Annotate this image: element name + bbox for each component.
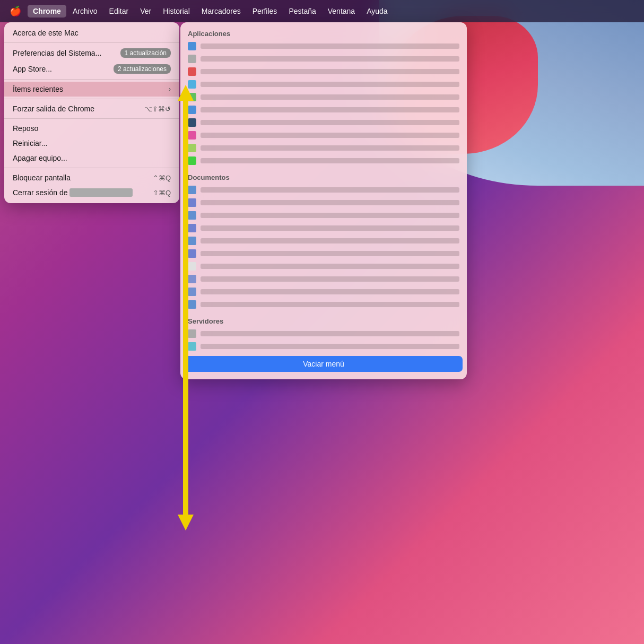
- app-icon-9: [188, 144, 196, 152]
- app-text-7: [201, 120, 459, 125]
- menu-sep-2: [4, 79, 179, 80]
- preferencias-badge: 1 actualización: [120, 48, 171, 58]
- doc-item-2[interactable]: [180, 196, 467, 209]
- app-text-8: [201, 133, 459, 138]
- menubar-ventana[interactable]: Ventana: [323, 5, 360, 18]
- app-icon-7: [188, 118, 196, 127]
- app-item-8[interactable]: [180, 129, 467, 142]
- doc-item-1[interactable]: [180, 184, 467, 196]
- menu-apagar[interactable]: Apagar equipo...: [4, 151, 179, 166]
- menubar-ayuda[interactable]: Ayuda: [361, 5, 393, 18]
- doc-item-4[interactable]: [180, 222, 467, 234]
- app-icon-5: [188, 93, 196, 101]
- menubar-archivo[interactable]: Archivo: [67, 5, 103, 18]
- app-text-4: [201, 82, 459, 87]
- menubar-pestana[interactable]: Pestaña: [283, 5, 321, 18]
- app-text-10: [201, 158, 459, 163]
- app-text-5: [201, 94, 459, 100]
- doc-text-4: [201, 225, 459, 231]
- app-item-10[interactable]: [180, 154, 467, 167]
- doc-item-3[interactable]: [180, 209, 467, 222]
- menu-sep-1: [4, 42, 179, 43]
- app-icon-8: [188, 131, 196, 140]
- doc-icon-9: [188, 288, 196, 296]
- menu-forzar-label: Forzar salida de Chrome: [13, 105, 94, 113]
- app-item-9[interactable]: [180, 142, 467, 154]
- menubar-marcadores[interactable]: Marcadores: [196, 5, 246, 18]
- recent-items-submenu: Aplicaciones Documentos: [180, 22, 467, 379]
- menu-preferencias-label: Preferencias del Sistema...: [13, 49, 101, 57]
- doc-item-9[interactable]: [180, 285, 467, 298]
- srv-icon-2: [188, 342, 196, 351]
- app-text-9: [201, 145, 459, 151]
- doc-text-3: [201, 213, 459, 218]
- apple-menu-button[interactable]: 🍎: [4, 4, 27, 18]
- doc-text-8: [201, 276, 459, 282]
- menu-apagar-label: Apagar equipo...: [13, 154, 67, 162]
- menubar-ver[interactable]: Ver: [135, 5, 156, 18]
- cerrar-shortcut: ⇧⌘Q: [153, 189, 171, 197]
- srv-item-2[interactable]: [180, 340, 467, 353]
- doc-text-2: [201, 200, 459, 205]
- section-aplicaciones-title: Aplicaciones: [180, 28, 467, 40]
- app-item-4[interactable]: [180, 78, 467, 91]
- menu-bloquear-label: Bloquear pantalla: [13, 173, 71, 182]
- doc-text-7: [201, 264, 459, 269]
- menu-recientes[interactable]: Ítems recientes ›: [4, 82, 179, 97]
- menu-sep-4: [4, 118, 179, 119]
- srv-text-1: [201, 331, 459, 336]
- menu-recientes-label: Ítems recientes: [13, 85, 63, 93]
- menu-cerrar[interactable]: Cerrar sesión de ████████████ ⇧⌘Q: [4, 185, 179, 200]
- vaciar-menu-button[interactable]: Vaciar menú: [185, 356, 463, 372]
- menu-appstore-label: App Store...: [13, 65, 52, 73]
- menu-preferencias[interactable]: Preferencias del Sistema... 1 actualizac…: [4, 45, 179, 61]
- menu-appstore[interactable]: App Store... 2 actualizaciones: [4, 61, 179, 77]
- app-icon-1: [188, 42, 196, 50]
- menubar-editar[interactable]: Editar: [104, 5, 134, 18]
- doc-icon-1: [188, 186, 196, 194]
- doc-icon-3: [188, 211, 196, 220]
- app-item-2[interactable]: [180, 53, 467, 65]
- app-item-6[interactable]: [180, 103, 467, 116]
- menubar-chrome[interactable]: Chrome: [28, 5, 66, 18]
- menu-cerrar-label: Cerrar sesión de ████████████: [13, 188, 133, 197]
- doc-icon-7: [188, 262, 196, 271]
- doc-item-6[interactable]: [180, 247, 467, 260]
- doc-item-7[interactable]: [180, 260, 467, 273]
- doc-text-9: [201, 289, 459, 294]
- menu-acerca-label: Acerca de este Mac: [13, 29, 79, 37]
- menubar: 🍎 Chrome Archivo Editar Ver Historial Ma…: [0, 0, 644, 22]
- menu-bloquear[interactable]: Bloquear pantalla ⌃⌘Q: [4, 170, 179, 185]
- app-item-1[interactable]: [180, 40, 467, 53]
- doc-item-8[interactable]: [180, 273, 467, 285]
- doc-icon-4: [188, 224, 196, 232]
- menu-acerca[interactable]: Acerca de este Mac: [4, 25, 179, 40]
- app-item-5[interactable]: [180, 91, 467, 103]
- menubar-historial[interactable]: Historial: [158, 5, 195, 18]
- app-icon-10: [188, 156, 196, 165]
- doc-text-6: [201, 251, 459, 256]
- app-item-3[interactable]: [180, 65, 467, 78]
- menu-reiniciar[interactable]: Reiniciar...: [4, 136, 179, 151]
- app-text-6: [201, 107, 459, 112]
- app-item-7[interactable]: [180, 116, 467, 129]
- section-servidores-title: Servidores: [180, 315, 467, 327]
- menu-reiniciar-label: Reiniciar...: [13, 139, 47, 147]
- app-text-3: [201, 69, 459, 74]
- menubar-perfiles[interactable]: Perfiles: [247, 5, 283, 18]
- apple-menu-dropdown: Acerca de este Mac Preferencias del Sist…: [4, 22, 179, 203]
- menu-sep-5: [4, 168, 179, 168]
- doc-icon-8: [188, 275, 196, 283]
- srv-item-1[interactable]: [180, 327, 467, 340]
- menu-forzar[interactable]: Forzar salida de Chrome ⌥⇧⌘↺: [4, 101, 179, 116]
- doc-item-10[interactable]: [180, 298, 467, 311]
- doc-text-10: [201, 302, 459, 307]
- forzar-shortcut: ⌥⇧⌘↺: [144, 105, 171, 113]
- srv-icon-1: [188, 329, 196, 338]
- doc-icon-10: [188, 300, 196, 309]
- app-icon-6: [188, 106, 196, 114]
- doc-item-5[interactable]: [180, 234, 467, 247]
- appstore-badge: 2 actualizaciones: [114, 64, 171, 74]
- app-icon-2: [188, 55, 196, 63]
- menu-reposo[interactable]: Reposo: [4, 121, 179, 136]
